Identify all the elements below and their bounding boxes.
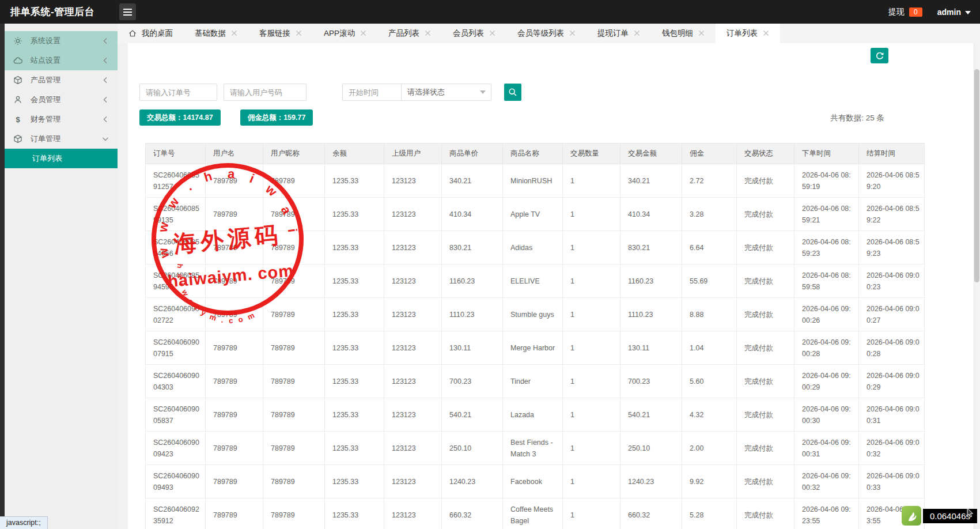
table-cell: 2026-04-06 09:00:29 <box>794 365 859 398</box>
tab[interactable]: 客服链接 <box>248 24 313 43</box>
cloud-icon <box>13 56 31 65</box>
table-cell: 1235.33 <box>325 198 384 231</box>
table-cell: 789789 <box>206 331 263 365</box>
table-cell: 1 <box>563 298 620 331</box>
table-cell: 1235.33 <box>325 432 384 465</box>
table-cell: 2026-04-06 09:00:23 <box>859 264 925 298</box>
close-icon[interactable] <box>425 30 431 37</box>
table-column-header: 用户昵称 <box>263 143 325 164</box>
table-cell: 123123 <box>384 298 442 331</box>
topbar-right: 提现 0 admin <box>888 0 971 24</box>
sidebar-item[interactable]: $财务管理 <box>5 109 118 129</box>
refresh-button[interactable] <box>871 48 888 63</box>
table-row: SC260406090027227897897897891235.3312312… <box>146 298 925 331</box>
tab[interactable]: 钱包明细 <box>651 24 716 43</box>
table-cell: Apple TV <box>503 198 563 231</box>
table-column-header: 订单号 <box>146 143 206 164</box>
withdraw-count-badge: 0 <box>909 7 922 17</box>
table-cell: 410.34 <box>620 198 682 231</box>
close-icon[interactable] <box>360 30 366 37</box>
table-cell: 1.04 <box>682 331 737 365</box>
close-icon[interactable] <box>698 30 705 37</box>
menu-toggle-button[interactable] <box>119 3 136 20</box>
table-cell: 1240.23 <box>442 465 503 498</box>
chevron-left-icon <box>101 95 110 106</box>
table-cell: 完成付款 <box>737 198 794 231</box>
table-cell: 250.10 <box>620 432 682 465</box>
tab-label: 客服链接 <box>259 28 290 39</box>
sidebar-item-label: 会员管理 <box>31 95 60 105</box>
table-cell: 130.11 <box>620 331 682 365</box>
tab[interactable]: 提现订单 <box>587 24 651 43</box>
table-cell: 123123 <box>384 465 442 498</box>
sidebar-item[interactable]: 系统设置 <box>5 31 118 51</box>
close-icon[interactable] <box>296 30 302 37</box>
tab-label: 提现订单 <box>597 28 629 39</box>
table-cell: 130.11 <box>442 331 503 365</box>
select-caret-icon <box>480 90 486 94</box>
table-cell: 完成付款 <box>737 365 794 398</box>
table-cell: 完成付款 <box>737 231 794 264</box>
tab-label: 产品列表 <box>388 28 419 39</box>
sidebar-left-edge <box>0 24 5 529</box>
sidebar-item[interactable]: 订单管理 <box>5 129 118 149</box>
withdraw-label: 提现 <box>888 7 905 17</box>
table-cell: 3.28 <box>682 198 737 231</box>
status-select[interactable]: 请选择状态 <box>401 84 491 101</box>
table-row: SC260406090094237897897897891235.3312312… <box>146 432 925 465</box>
table-cell: SC26040609009493 <box>146 465 206 498</box>
close-icon[interactable] <box>489 30 495 37</box>
order-number-input[interactable] <box>139 84 217 101</box>
sidebar-item-order-list[interactable]: 订单列表 <box>5 149 118 168</box>
thinkphp-icon <box>902 506 921 526</box>
table-cell: 2026-04-06 09:00:31 <box>859 398 925 432</box>
table-cell: 123123 <box>384 365 442 398</box>
chevron-left-icon <box>101 36 110 47</box>
sidebar-item[interactable]: 会员管理 <box>5 90 118 109</box>
table-cell: 2026-04-06 09:23:55 <box>794 498 859 529</box>
table-cell: 830.21 <box>442 231 503 264</box>
table-cell: 789789 <box>263 432 325 465</box>
table-cell: 340.21 <box>442 164 503 198</box>
sidebar-items: 系统设置站点设置产品管理会员管理$财务管理订单管理 <box>5 31 118 149</box>
table-cell: 789789 <box>263 231 325 264</box>
username: admin <box>937 7 961 17</box>
close-icon[interactable] <box>231 30 237 37</box>
table-row: SC260406085940567897897897891235.3312312… <box>146 231 925 264</box>
user-number-input[interactable] <box>224 84 307 101</box>
table-cell: 1235.33 <box>325 498 384 529</box>
tab[interactable]: APP滚动 <box>313 24 377 43</box>
withdraw-link[interactable]: 提现 0 <box>888 7 922 17</box>
tab[interactable]: 产品列表 <box>377 24 442 43</box>
sidebar: 系统设置站点设置产品管理会员管理$财务管理订单管理 订单列表 <box>5 24 118 529</box>
tab[interactable]: 基础数据 <box>184 24 248 43</box>
table-cell: 789789 <box>206 498 263 529</box>
tab[interactable]: 我的桌面 <box>118 24 184 43</box>
table-column-header: 余额 <box>325 143 384 164</box>
sidebar-item[interactable]: 产品管理 <box>5 70 118 90</box>
tab[interactable]: 会员列表 <box>442 24 506 43</box>
tab[interactable]: 订单列表 <box>716 24 780 43</box>
table-cell: 123123 <box>384 398 442 432</box>
table-cell: 789789 <box>206 198 263 231</box>
close-icon[interactable] <box>634 30 640 37</box>
trade-total-button[interactable]: 交易总额：14174.87 <box>139 109 221 126</box>
close-icon[interactable] <box>569 30 576 37</box>
table-cell: 1 <box>563 498 620 529</box>
sidebar-item[interactable]: 站点设置 <box>5 51 118 70</box>
commission-total-button[interactable]: 佣金总额：159.77 <box>240 109 313 126</box>
table-cell: 250.10 <box>442 432 503 465</box>
scrollbar-thumb[interactable] <box>974 69 979 282</box>
search-button[interactable] <box>504 84 521 101</box>
table-cell: 789789 <box>263 331 325 365</box>
table-column-header: 结算时间 <box>859 143 925 164</box>
table-cell: 2026-04-06 09:00:32 <box>794 465 859 498</box>
table-cell: MinionRUSH <box>503 164 563 198</box>
table-row: SC260406085991357897897897891235.3312312… <box>146 198 925 231</box>
svg-text:$: $ <box>16 115 20 124</box>
tab[interactable]: 会员等级列表 <box>506 24 587 43</box>
sidebar-item-label: 产品管理 <box>31 75 60 85</box>
close-icon[interactable] <box>763 30 769 37</box>
table-cell: SC26040608594056 <box>146 231 206 264</box>
user-menu[interactable]: admin <box>937 7 971 17</box>
